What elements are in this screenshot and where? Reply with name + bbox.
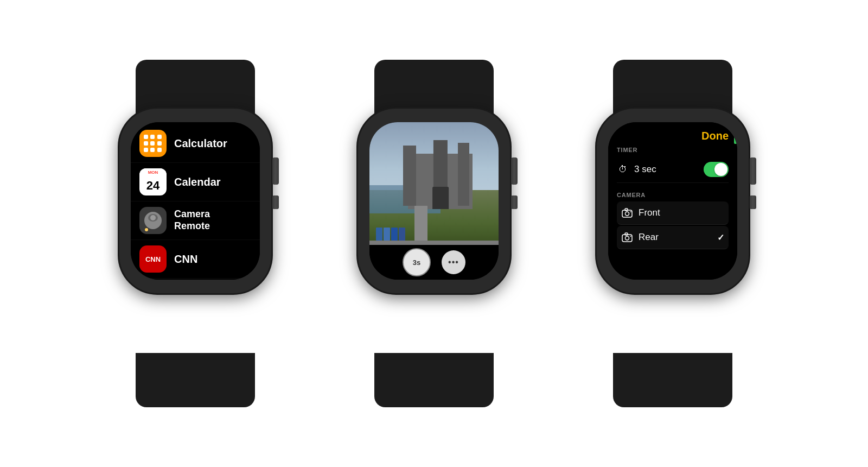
camera-rear-row[interactable]: Rear ✓ [617,226,729,249]
svg-rect-2 [625,209,628,211]
watch-body-2: 3s ••• [358,109,510,293]
app-list: Calculator Mon 24 Calendar [131,122,260,280]
timer-section-title: TIMER [617,147,729,153]
cnn-icon: CNN [139,245,167,273]
header-row: Done [617,130,729,142]
camera-section-title: CAMERA [617,192,729,198]
timer-icon: ⏱ [617,163,629,175]
watch-1: Calculator Mon 24 Calendar [92,109,298,358]
done-button[interactable]: Done [701,130,729,142]
band-bottom-3 [613,353,732,407]
settings-view: Done TIMER ⏱ 3 sec [608,122,737,280]
wall [369,241,499,245]
timer-section: TIMER ⏱ 3 sec [617,147,729,183]
band-top-1 [136,60,255,114]
camera-section: CAMERA Front [617,192,729,249]
list-item[interactable]: Compass [131,279,260,280]
list-item[interactable]: Mon 24 Calendar [131,163,260,201]
svg-rect-5 [625,233,628,235]
path [414,206,427,245]
checkmark-icon: ✓ [717,232,724,243]
camera-rear-label: Rear [639,232,712,243]
calc-dot [157,148,162,152]
list-item[interactable]: Camera Remote [131,201,260,240]
crown-2[interactable] [511,157,518,185]
app-label: CNN [174,253,197,266]
camera-front-label: Front [639,207,724,218]
car [391,228,398,240]
band-top-3 [613,60,732,114]
band-top-2 [374,60,494,114]
app-label: Calendar [174,175,221,188]
timer-label: 3 sec [634,164,698,175]
screen-1: Calculator Mon 24 Calendar [131,122,260,280]
face-dot [145,228,148,231]
svg-rect-3 [622,235,632,242]
calc-dot [150,141,155,146]
camera-rear-icon [621,231,633,243]
camera-controls-bar: 3s ••• [369,245,499,280]
calendar-date: 24 [146,180,159,192]
calc-dot [144,141,148,146]
side-button-3[interactable] [750,195,756,209]
shutter-button[interactable]: 3s [403,248,431,276]
camera-remote-icon [139,207,167,234]
svg-point-1 [626,212,629,216]
crown-1[interactable] [272,157,279,185]
cars-area [376,228,414,240]
calc-dot [150,135,155,139]
list-item[interactable]: CNN CNN [131,240,260,279]
watch-2: 3s ••• [331,109,537,358]
camera-front-icon [621,207,633,219]
tower-left [403,146,416,206]
timer-toggle[interactable] [704,162,729,177]
calendar-header: Mon [139,168,167,176]
side-button-2[interactable] [511,195,518,209]
svg-point-4 [626,236,629,240]
castle-body [408,154,473,209]
car [384,228,390,240]
calc-dot [157,135,162,139]
car [376,228,382,240]
more-button[interactable]: ••• [442,250,465,274]
camera-view: 3s ••• [369,122,499,280]
calc-dot [157,141,162,146]
timer-row[interactable]: ⏱ 3 sec [617,156,729,183]
app-label: Calculator [174,137,227,150]
green-indicator [734,129,737,144]
band-bottom-2 [374,353,494,407]
crown-3[interactable] [750,157,756,185]
face-circle [144,212,162,229]
screen-3: Done TIMER ⏱ 3 sec [608,122,737,280]
tower-right [458,143,469,206]
calculator-icon [139,130,167,157]
svg-rect-0 [622,210,632,217]
car [399,228,405,240]
calendar-icon: Mon 24 [139,168,167,195]
toggle-knob [714,163,727,176]
gate [432,187,449,209]
side-button-1[interactable] [272,195,279,209]
screen-2: 3s ••• [369,122,499,280]
camera-front-row[interactable]: Front [617,201,729,225]
calc-dot [144,135,148,139]
watch-body-1: Calculator Mon 24 Calendar [119,109,271,293]
list-item[interactable]: Calculator [131,122,260,163]
watch-3: Done TIMER ⏱ 3 sec [570,109,776,358]
app-label: Camera Remote [174,209,210,232]
watch-body-3: Done TIMER ⏱ 3 sec [597,109,749,293]
calc-dot [150,148,155,152]
calc-dot [144,148,148,152]
band-bottom-1 [136,353,255,407]
